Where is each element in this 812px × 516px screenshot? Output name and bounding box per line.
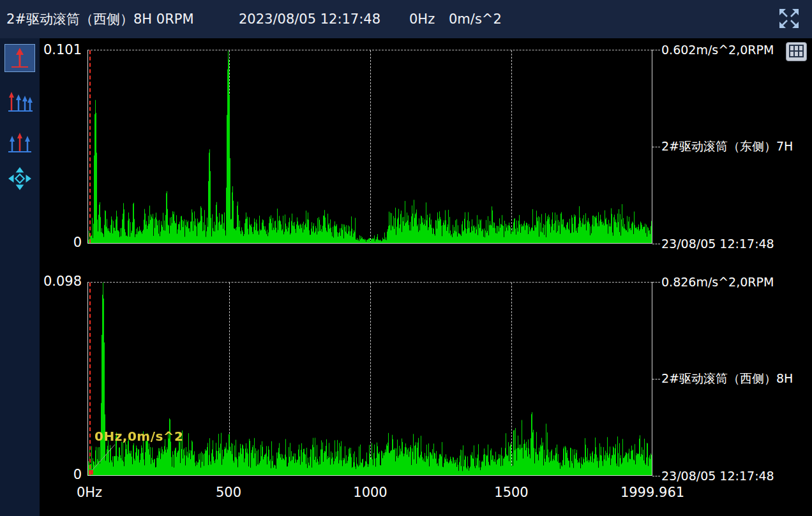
panel2-time: 23/08/05 12:17:48 — [661, 469, 774, 483]
panel1-y-max-label: 0.101 — [34, 42, 82, 57]
panel1-time: 23/08/05 12:17:48 — [661, 237, 774, 251]
panel2-right-title: 2#驱动滚筒（西侧）8H — [652, 371, 793, 387]
x-axis-label-1000: 1000 — [353, 485, 387, 500]
panel2-right-time: 23/08/05 12:17:48 — [652, 468, 774, 483]
panel2-y-min-label: 0 — [34, 467, 82, 482]
tick-mark — [652, 147, 660, 147]
tool-harmonic-cursor[interactable] — [4, 88, 35, 116]
x-axis-label-0: 0Hz — [77, 485, 102, 500]
sideband-cursor-icon — [6, 131, 33, 155]
panel1-right-title: 2#驱动滚筒（东侧）7H — [652, 139, 793, 154]
tick-mark — [652, 476, 660, 476]
x-axis-label-1500: 1500 — [494, 485, 528, 500]
cursor-line-2[interactable] — [89, 283, 91, 475]
x-axis-label-max: 1999.961 — [620, 485, 684, 500]
spectrum-canvas-1[interactable] — [88, 50, 652, 243]
grid-layout-button[interactable] — [786, 42, 807, 61]
panel2-channel-name: 2#驱动滚筒（西侧）8H — [661, 371, 793, 387]
x-axis-label-500: 500 — [216, 485, 241, 500]
panel1-max-value: 0.602m/s^2,0RPM — [661, 43, 774, 57]
panel1-y-min-label: 0 — [34, 235, 82, 250]
tick-mark — [652, 244, 660, 244]
tick-mark — [652, 50, 660, 50]
header-timestamp: 2023/08/05 12:17:48 — [239, 0, 380, 38]
cursor-amplitude-readout: 0m/s^2 — [449, 0, 502, 38]
spectrum-plot-1[interactable] — [87, 50, 652, 244]
panel1-channel-name: 2#驱动滚筒（东侧）7H — [661, 138, 793, 155]
header: 2#驱动滚筒（西侧）8H 0RPM 2023/08/05 12:17:48 0H… — [0, 0, 812, 38]
grid-layout-icon — [788, 44, 804, 58]
single-cursor-icon — [6, 46, 33, 70]
fullscreen-button[interactable] — [777, 7, 801, 31]
tool-single-cursor[interactable] — [4, 44, 35, 72]
channel-title: 2#驱动滚筒（西侧）8H 0RPM — [6, 0, 194, 38]
tool-pan[interactable] — [4, 165, 35, 193]
tool-sidebar — [0, 38, 40, 516]
panel2-right-max: 0.826m/s^2,0RPM — [652, 274, 774, 290]
harmonic-cursor-icon — [6, 90, 33, 114]
cursor-line-1[interactable] — [89, 50, 91, 243]
panel1-right-max: 0.602m/s^2,0RPM — [652, 42, 774, 57]
tick-mark — [652, 379, 660, 380]
spectrum-canvas-2[interactable] — [88, 283, 652, 475]
tick-mark — [652, 282, 660, 283]
panel2-y-max-label: 0.098 — [34, 274, 82, 289]
pan-icon — [8, 166, 32, 191]
cursor-annotation: 0Hz,0m/s^2 — [94, 429, 184, 444]
spectrum-plot-2[interactable]: 0Hz,0m/s^2 — [87, 282, 652, 476]
vibration-analyzer-app: 2#驱动滚筒（西侧）8H 0RPM 2023/08/05 12:17:48 0H… — [0, 0, 812, 516]
cursor-frequency-readout: 0Hz — [409, 0, 435, 38]
tool-sideband-cursor[interactable] — [4, 129, 35, 157]
fullscreen-icon — [778, 7, 801, 30]
chart-area: 0.101 0 0.098 0 0Hz,0m/s^2 0.602m/s^2,0R — [0, 38, 812, 516]
panel1-right-time: 23/08/05 12:17:48 — [652, 236, 774, 251]
panel2-max-value: 0.826m/s^2,0RPM — [661, 275, 774, 289]
